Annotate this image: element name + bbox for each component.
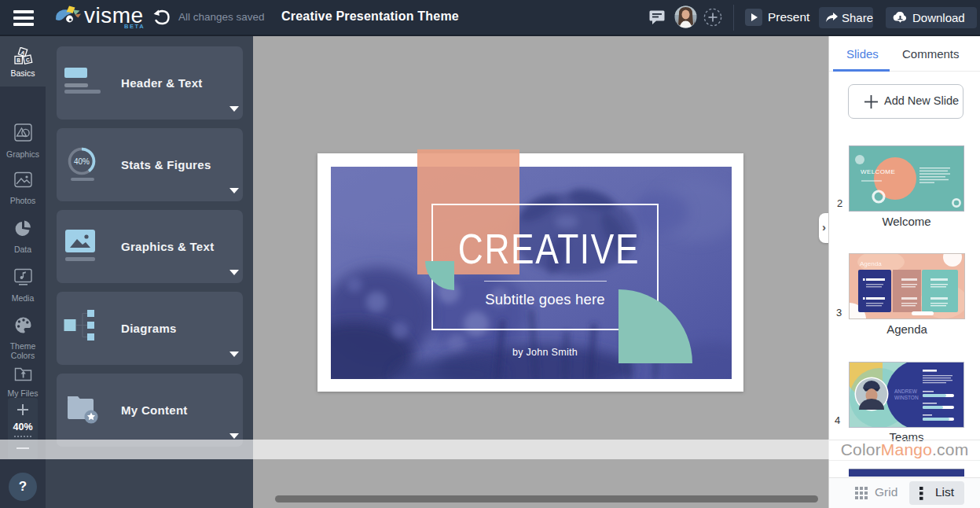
svg-text:WELCOME: WELCOME (861, 168, 895, 175)
svg-text:C: C (25, 57, 30, 63)
svg-text:WINSTON: WINSTON (894, 395, 919, 400)
svg-text:Agenda: Agenda (860, 260, 882, 267)
svg-text:ANDREW: ANDREW (894, 388, 918, 394)
svg-text:B: B (17, 57, 20, 63)
svg-text:40%: 40% (74, 157, 90, 166)
